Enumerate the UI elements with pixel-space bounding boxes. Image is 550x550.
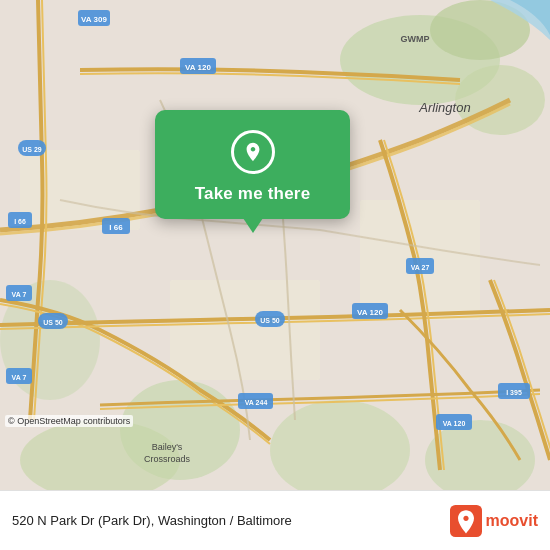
bottom-bar: 520 N Park Dr (Park Dr), Washington / Ba… [0, 490, 550, 550]
svg-text:VA 120: VA 120 [185, 63, 211, 72]
svg-text:VA 27: VA 27 [411, 264, 430, 271]
svg-text:VA 7: VA 7 [12, 291, 27, 298]
popup-card: Take me there [155, 110, 350, 219]
osm-attribution: © OpenStreetMap contributors [5, 415, 133, 427]
svg-text:Crossroads: Crossroads [144, 454, 191, 464]
svg-text:VA 120: VA 120 [443, 420, 466, 427]
moovit-logo: moovit [450, 505, 538, 537]
svg-text:VA 7: VA 7 [12, 374, 27, 381]
svg-text:GWMP: GWMP [401, 34, 430, 44]
svg-text:US 50: US 50 [260, 317, 280, 324]
svg-text:I 66: I 66 [14, 218, 26, 225]
svg-text:I 395: I 395 [506, 389, 522, 396]
svg-text:VA 309: VA 309 [81, 15, 107, 24]
svg-text:VA 120: VA 120 [357, 308, 383, 317]
svg-rect-10 [170, 280, 320, 380]
svg-text:Arlington: Arlington [418, 100, 470, 115]
svg-text:VA 244: VA 244 [245, 399, 268, 406]
svg-text:US 50: US 50 [43, 319, 63, 326]
location-pin-icon [231, 130, 275, 174]
moovit-icon [450, 505, 482, 537]
svg-text:I 66: I 66 [109, 223, 123, 232]
address-text: 520 N Park Dr (Park Dr), Washington / Ba… [12, 513, 292, 528]
take-me-there-button[interactable]: Take me there [195, 184, 311, 204]
svg-text:Bailey's: Bailey's [152, 442, 183, 452]
moovit-label: moovit [486, 512, 538, 530]
map-container: VA 309 VA 120 US 29 I 66 I 66 VA 7 VA 7 … [0, 0, 550, 490]
svg-text:US 29: US 29 [22, 146, 42, 153]
